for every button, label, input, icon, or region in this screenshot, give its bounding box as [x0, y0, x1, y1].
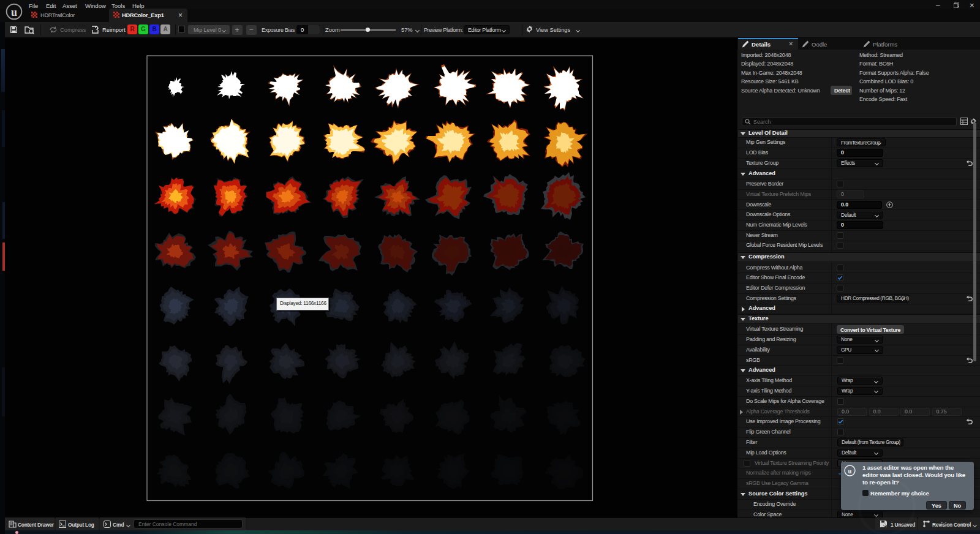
- svg-text:u: u: [11, 6, 17, 18]
- svg-text:u: u: [848, 468, 852, 475]
